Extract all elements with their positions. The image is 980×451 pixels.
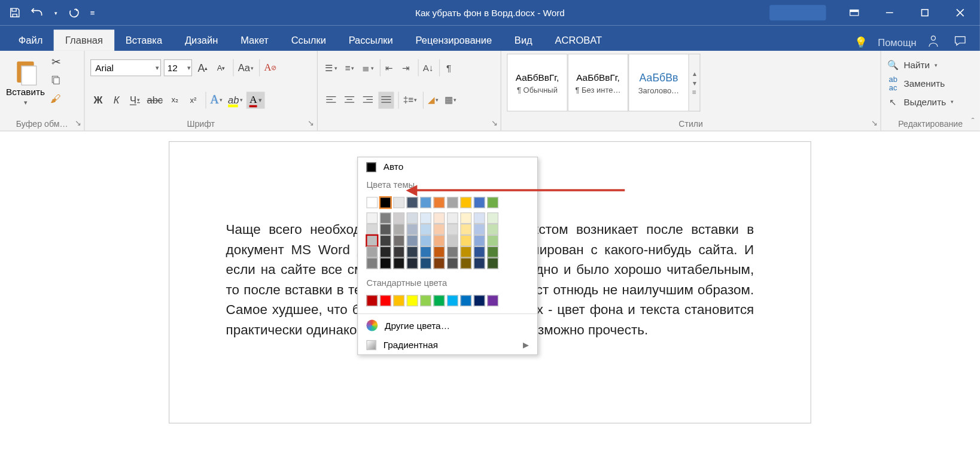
theme-shade-cell[interactable] [380, 212, 391, 224]
standard-color-cell[interactable] [420, 295, 431, 306]
collapse-ribbon-button[interactable]: ˆ [972, 117, 975, 127]
shrink-font-button[interactable]: A▾ [213, 59, 229, 76]
subscript-button[interactable]: x₂ [167, 92, 182, 108]
theme-shade-cell[interactable] [393, 258, 404, 269]
styles-expand-button[interactable]: ▴▾≡ [689, 54, 701, 112]
sort-button[interactable]: A↓ [418, 59, 436, 76]
maximize-button[interactable] [911, 2, 939, 23]
theme-shade-cell[interactable] [393, 235, 404, 246]
justify-button[interactable] [378, 92, 394, 108]
tab-view[interactable]: Вид [503, 30, 544, 51]
share-button[interactable] [926, 34, 943, 51]
theme-shade-cell[interactable] [420, 212, 431, 224]
theme-shade-cell[interactable] [487, 235, 498, 246]
theme-shade-cell[interactable] [474, 235, 485, 246]
standard-color-cell[interactable] [366, 295, 378, 306]
tab-references[interactable]: Ссылки [280, 30, 337, 51]
theme-shade-cell[interactable] [380, 224, 391, 235]
user-badge[interactable] [769, 5, 826, 20]
find-button[interactable]: 🔍Найти▾ [887, 56, 974, 73]
theme-color-cell[interactable] [380, 197, 391, 208]
copy-button[interactable] [48, 72, 63, 87]
paragraph-dialog-launcher[interactable]: ↘ [491, 118, 498, 127]
grow-font-button[interactable]: A▴ [195, 59, 211, 76]
theme-shade-cell[interactable] [366, 258, 378, 269]
font-color-button[interactable]: A▾ [246, 92, 264, 108]
tab-acrobat[interactable]: ACROBAT [544, 30, 613, 51]
theme-shade-cell[interactable] [366, 224, 378, 235]
theme-color-cell[interactable] [420, 197, 431, 208]
theme-shade-cell[interactable] [487, 224, 498, 235]
italic-button[interactable]: К [109, 92, 124, 108]
change-case-button[interactable]: Aa▾ [233, 59, 255, 76]
select-button[interactable]: ↖Выделить▾ [887, 93, 974, 110]
theme-shade-cell[interactable] [366, 235, 378, 246]
theme-shade-cell[interactable] [366, 212, 378, 224]
standard-color-cell[interactable] [460, 295, 471, 306]
clear-format-button[interactable]: A⊘ [259, 59, 278, 76]
paste-button[interactable]: Вставить ▾ [5, 54, 45, 112]
style-heading[interactable]: АаБбВв Заголово… [628, 54, 689, 112]
theme-shade-cell[interactable] [460, 258, 471, 269]
theme-shade-cell[interactable] [407, 235, 418, 246]
tab-mailings[interactable]: Рассылки [337, 30, 404, 51]
gradient-item[interactable]: Градиентная ▶ [358, 336, 537, 355]
bold-button[interactable]: Ж [90, 92, 106, 108]
close-button[interactable] [946, 2, 974, 23]
shading-button[interactable]: ◢▾ [423, 92, 440, 108]
standard-color-cell[interactable] [380, 295, 391, 306]
align-center-button[interactable] [342, 92, 357, 108]
tab-insert[interactable]: Вставка [114, 30, 174, 51]
undo-button[interactable] [28, 4, 47, 22]
redo-button[interactable] [65, 4, 84, 22]
undo-dropdown[interactable]: ▾ [51, 4, 61, 22]
standard-color-cell[interactable] [474, 295, 485, 306]
theme-color-cell[interactable] [474, 197, 485, 208]
theme-shade-cell[interactable] [407, 212, 418, 224]
theme-shade-cell[interactable] [380, 246, 391, 258]
theme-shade-cell[interactable] [407, 224, 418, 235]
text-effects-button[interactable]: A▾ [205, 92, 224, 108]
standard-color-cell[interactable] [407, 295, 418, 306]
theme-shade-cell[interactable] [366, 246, 378, 258]
theme-color-cell[interactable] [407, 197, 418, 208]
tab-file[interactable]: Файл [7, 30, 54, 51]
theme-shade-cell[interactable] [434, 235, 445, 246]
theme-shade-cell[interactable] [460, 246, 471, 258]
theme-shade-cell[interactable] [487, 246, 498, 258]
theme-color-cell[interactable] [460, 197, 471, 208]
theme-shade-cell[interactable] [474, 246, 485, 258]
theme-shade-cell[interactable] [393, 224, 404, 235]
multilevel-button[interactable]: ≣▾ [360, 59, 376, 76]
theme-shade-cell[interactable] [474, 212, 485, 224]
format-painter-button[interactable]: 🖌 [48, 90, 63, 106]
theme-shade-cell[interactable] [393, 212, 404, 224]
bullets-button[interactable]: ☰▾ [323, 59, 339, 76]
theme-color-cell[interactable] [393, 197, 404, 208]
tab-review[interactable]: Рецензирование [404, 30, 503, 51]
qat-customize[interactable]: ≡ [87, 4, 98, 22]
theme-shade-cell[interactable] [474, 258, 485, 269]
paste-dropdown[interactable]: ▾ [24, 99, 28, 106]
theme-shade-cell[interactable] [474, 224, 485, 235]
theme-color-cell[interactable] [366, 197, 378, 208]
increase-indent-button[interactable]: ⇥ [398, 59, 414, 76]
theme-shade-cell[interactable] [447, 235, 458, 246]
theme-shade-cell[interactable] [487, 258, 498, 269]
save-button[interactable] [5, 4, 24, 22]
theme-shade-cell[interactable] [460, 224, 471, 235]
theme-color-cell[interactable] [487, 197, 498, 208]
cut-button[interactable]: ✂ [48, 54, 63, 69]
theme-color-cell[interactable] [447, 197, 458, 208]
clipboard-dialog-launcher[interactable]: ↘ [75, 118, 81, 127]
theme-shade-cell[interactable] [434, 224, 445, 235]
theme-shade-cell[interactable] [380, 258, 391, 269]
superscript-button[interactable]: x² [185, 92, 201, 108]
theme-shade-cell[interactable] [420, 258, 431, 269]
align-right-button[interactable] [360, 92, 376, 108]
theme-shade-cell[interactable] [447, 224, 458, 235]
standard-color-cell[interactable] [447, 295, 458, 306]
theme-shade-cell[interactable] [487, 212, 498, 224]
theme-shade-cell[interactable] [420, 235, 431, 246]
auto-color-item[interactable]: Авто [358, 157, 537, 176]
